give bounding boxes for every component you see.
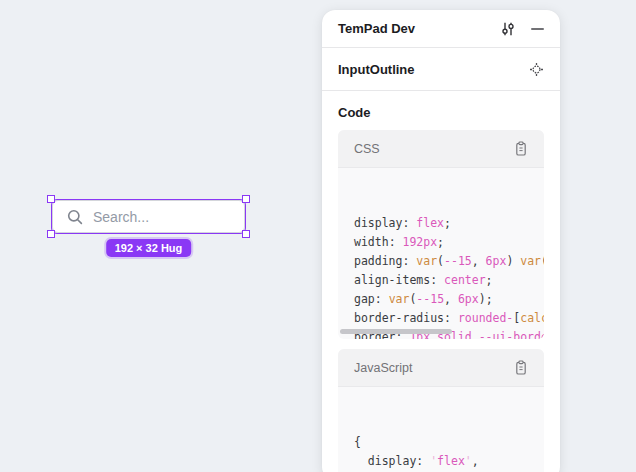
crosshair-icon <box>529 62 544 77</box>
code-line: { <box>354 433 544 452</box>
css-code-block: CSS display: flex;width: 192px;padding: … <box>338 130 544 339</box>
code-line: display: 'flex', <box>354 452 544 471</box>
css-horizontal-scrollbar[interactable] <box>340 329 452 334</box>
tempad-dev-panel: TemPad Dev InputOutline Code CSS <box>322 10 560 472</box>
js-code-block: JavaScript { display: 'flex', width: '19… <box>338 349 544 472</box>
selection-handle-bottom-right[interactable] <box>242 230 250 238</box>
locate-node-button[interactable] <box>529 62 544 77</box>
search-icon <box>66 208 84 226</box>
code-line: padding: var(--15, 6px) var(-- <box>354 252 544 271</box>
clipboard-icon <box>514 141 528 157</box>
dimensions-badge: 192 × 32 Hug <box>106 239 192 257</box>
js-code-header: JavaScript <box>338 349 544 387</box>
code-line: display: flex; <box>354 214 544 233</box>
js-code-body: { display: 'flex', width: '192px', paddi… <box>338 387 544 472</box>
clipboard-icon <box>514 360 528 376</box>
code-line: border-radius: rounded-[calc(v <box>354 309 544 328</box>
code-line: gap: var(--15, 6px); <box>354 290 544 309</box>
css-copy-button[interactable] <box>514 141 528 157</box>
selection-handle-top-left[interactable] <box>47 195 55 203</box>
js-copy-button[interactable] <box>514 360 528 376</box>
sliders-icon <box>500 21 516 37</box>
search-input[interactable]: Search... <box>52 200 245 233</box>
selected-node-row: InputOutline <box>322 48 560 91</box>
selection-handle-top-right[interactable] <box>242 195 250 203</box>
minimize-button[interactable] <box>531 28 544 30</box>
panel-title: TemPad Dev <box>338 21 500 36</box>
code-line: align-items: center; <box>354 271 544 290</box>
css-language-label: CSS <box>354 142 514 156</box>
js-language-label: JavaScript <box>354 361 514 375</box>
panel-header: TemPad Dev <box>322 10 560 48</box>
code-section-label: Code <box>322 91 560 130</box>
selection-handle-bottom-left[interactable] <box>47 230 55 238</box>
minimize-icon <box>531 28 544 30</box>
code-line: width: 192px; <box>354 233 544 252</box>
css-code-body: display: flex;width: 192px;padding: var(… <box>338 168 544 339</box>
selected-node-name: InputOutline <box>338 62 529 77</box>
search-placeholder: Search... <box>93 209 149 225</box>
canvas-selected-node[interactable]: Search... 192 × 32 Hug <box>52 200 245 233</box>
settings-sliders-button[interactable] <box>500 21 516 37</box>
css-code-header: CSS <box>338 130 544 168</box>
